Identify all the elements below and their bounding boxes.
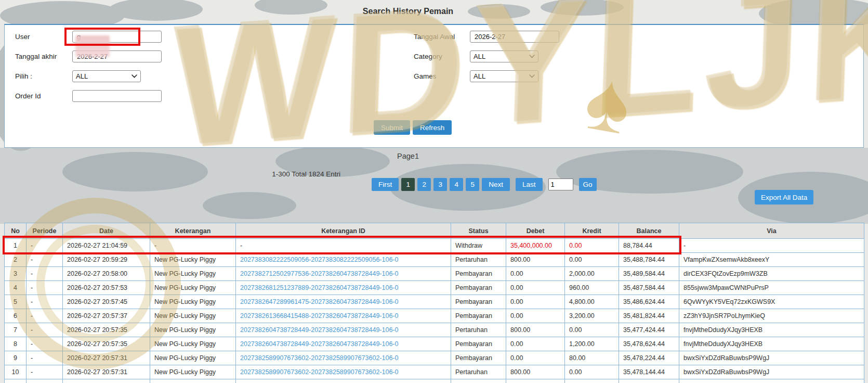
col-header-via: Via <box>679 223 864 239</box>
cell-keterangan: New PG-Lucky Piggy <box>150 351 236 365</box>
cell-no: 1 <box>5 239 27 253</box>
cell-kredit: 0.00 <box>565 323 619 337</box>
cell-kredit: 960.00 <box>565 281 619 295</box>
page-title: Search History Pemain <box>0 7 816 16</box>
cell-keterangan_id[interactable]: 2027382589907673602-2027382589907673602-… <box>236 351 451 365</box>
cell-kredit: 4,800.00 <box>565 295 619 309</box>
pagination-page-button-2[interactable]: 2 <box>417 178 431 191</box>
cell-balance: 35,478,144.44 <box>619 365 679 379</box>
cell-keterangan_id: - <box>236 239 451 253</box>
pagination-page-button-5[interactable]: 5 <box>466 178 479 191</box>
cell-balance: 35,478,624.44 <box>619 337 679 351</box>
submit-button[interactable]: Submit <box>374 120 410 135</box>
export-all-data-button[interactable]: Export All Data <box>755 190 813 205</box>
pagination-next-button[interactable]: Next <box>482 178 510 191</box>
cell-periode: - <box>27 309 63 323</box>
pagination-first-button[interactable]: First <box>372 178 399 191</box>
cell-date: 2026-02-27 20:57:31 <box>63 351 150 365</box>
table-row: 8-2026-02-27 20:57:35New PG-Lucky Piggy2… <box>5 337 864 351</box>
cell-kredit: 0.00 <box>565 365 619 379</box>
history-table: No Periode Date Keterangan Keterangan ID… <box>4 223 864 383</box>
go-button[interactable]: Go <box>579 178 597 191</box>
pagination-page-button-3[interactable]: 3 <box>433 178 447 191</box>
cell-status: Withdraw <box>451 239 506 253</box>
cell-keterangan_id[interactable]: 2027382681251237889-2027382604738728449-… <box>236 281 451 295</box>
cell-no: 10 <box>5 365 27 379</box>
cell-via: 6QvWYyKY5VEq72zxKGWS9X <box>679 295 864 309</box>
cell-debet: 35,400,000.00 <box>506 239 565 253</box>
games-label: Games <box>414 72 437 80</box>
cell-periode: - <box>27 239 63 253</box>
cell-periode: - <box>27 295 63 309</box>
cell-balance: 35,486,624.44 <box>619 295 679 309</box>
tanggal-awal-input[interactable] <box>470 31 559 43</box>
cell-keterangan_id[interactable]: 2027382712502977536-2027382604738728449-… <box>236 267 451 281</box>
category-select-value: ALL <box>474 53 485 60</box>
cell-date: 2026-02-27 20:58:00 <box>63 267 150 281</box>
col-header-kredit: Kredit <box>565 223 619 239</box>
cell-status: Pertaruhan <box>451 253 506 267</box>
table-row: 2-2026-02-27 20:59:29New PG-Lucky Piggy2… <box>5 253 864 267</box>
cell-no: 3 <box>5 267 27 281</box>
pagination-page-button-4[interactable]: 4 <box>450 178 463 191</box>
pagination-last-button[interactable]: Last <box>516 178 543 191</box>
cell-keterangan: New PG-Lucky Piggy <box>150 309 236 323</box>
cell-status: Pembayaran <box>451 281 506 295</box>
cell-date: 2026-02-27 21:04:59 <box>63 239 150 253</box>
cell-keterangan: New PG-Lucky Piggy <box>150 365 236 379</box>
cell-debet: 0.00 <box>506 351 565 365</box>
cell-balance: 35,477,424.44 <box>619 323 679 337</box>
games-select[interactable]: ALL <box>470 70 538 82</box>
cell-periode: - <box>27 267 63 281</box>
cell-debet: 0.00 <box>506 267 565 281</box>
cell-via: VfampKwZXsemwAkb8xeexY <box>679 253 864 267</box>
games-select-value: ALL <box>474 72 485 80</box>
pagination-page-button-1[interactable]: 1 <box>401 178 415 191</box>
cell-balance: 35,489,584.44 <box>619 267 679 281</box>
cell-no: 5 <box>5 295 27 309</box>
tanggal-akhir-label: Tanggal akhir <box>15 53 57 60</box>
cell-keterangan_id[interactable]: 2027382589907673602-2027382589907673602-… <box>236 365 451 379</box>
cell-date: 2026-02-27 20:57:45 <box>63 295 150 309</box>
redaction-smudge <box>75 35 110 57</box>
cell-keterangan: New PG-Lucky Piggy <box>150 295 236 309</box>
cell-keterangan: New PG-Lucky Piggy <box>150 253 236 267</box>
order-id-input[interactable] <box>72 90 162 102</box>
cell-keterangan_id[interactable]: 2027382647289961475-2027382604738728449-… <box>236 295 451 309</box>
order-id-label: Order Id <box>15 92 41 100</box>
cell-status: Pembayaran <box>451 337 506 351</box>
cell-periode: - <box>27 323 63 337</box>
cell-keterangan_id[interactable]: 2027382604738728449-2027382604738728449-… <box>236 337 451 351</box>
cell-no: 9 <box>5 351 27 365</box>
cell-keterangan_id[interactable]: 2027382613668415488-2027382604738728449-… <box>236 309 451 323</box>
tanggal-awal-label: Tanggal Awal <box>414 33 455 41</box>
cell-no: 4 <box>5 281 27 295</box>
cell-keterangan_id[interactable]: 2027382604738728449-2027382604738728449-… <box>236 323 451 337</box>
table-row: 7-2026-02-27 20:57:35New PG-Lucky Piggy2… <box>5 323 864 337</box>
cell-status: Pembayaran <box>451 351 506 365</box>
cell-date: 2026-02-27 20:57:53 <box>63 281 150 295</box>
cell-kredit: 3,200.00 <box>565 309 619 323</box>
cell-date: 2026-02-27 20:57:31 <box>63 365 150 379</box>
table-row-partial <box>5 379 864 383</box>
cell-status: Pembayaran <box>451 309 506 323</box>
cell-keterangan: New PG-Lucky Piggy <box>150 337 236 351</box>
category-select[interactable]: ALL <box>470 50 538 62</box>
refresh-button[interactable]: Refresh <box>413 120 452 135</box>
cell-kredit: 80.00 <box>565 351 619 365</box>
chevron-down-icon <box>529 74 535 78</box>
cell-date: 2026-02-27 20:57:35 <box>63 323 150 337</box>
cell-no: 8 <box>5 337 27 351</box>
col-header-balance: Balance <box>619 223 679 239</box>
goto-page-input[interactable] <box>548 178 573 190</box>
cell-keterangan_id[interactable]: 2027383082222509056-2027383082222509056-… <box>236 253 451 267</box>
pilih-select[interactable]: ALL <box>72 70 141 82</box>
table-row: 5-2026-02-27 20:57:45New PG-Lucky Piggy2… <box>5 295 864 309</box>
cell-date: 2026-02-27 20:57:35 <box>63 337 150 351</box>
history-table-body: 1-2026-02-27 21:04:59--Withdraw35,400,00… <box>5 239 864 383</box>
table-row: 10-2026-02-27 20:57:31New PG-Lucky Piggy… <box>5 365 864 379</box>
cell-via: 855sjww3MpawCWNtPuPrsP <box>679 281 864 295</box>
cell-balance: 35,478,224.44 <box>619 351 679 365</box>
cell-periode: - <box>27 337 63 351</box>
cell-status: Pertaruhan <box>451 365 506 379</box>
